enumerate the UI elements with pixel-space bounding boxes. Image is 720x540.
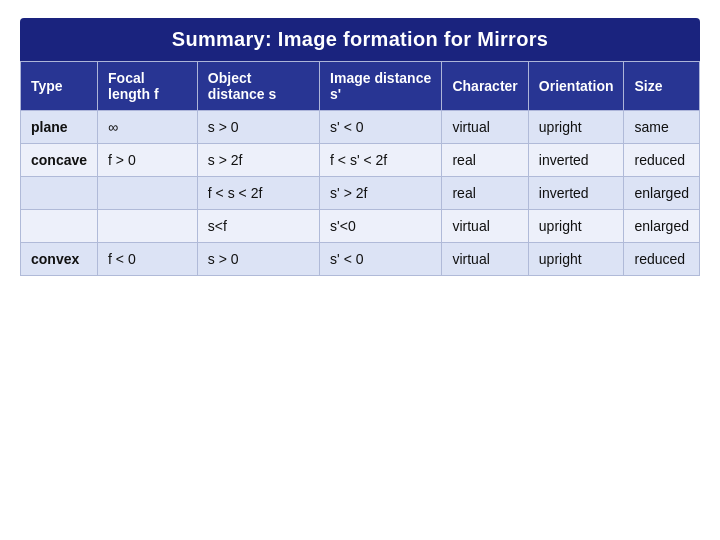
table-cell: real [442,144,528,177]
table-cell: s > 0 [197,243,319,276]
table-cell: s' < 0 [320,111,442,144]
table-cell: real [442,177,528,210]
page-title: Summary: Image formation for Mirrors [20,18,700,61]
table-cell: virtual [442,210,528,243]
table-cell: virtual [442,111,528,144]
table-row: f < s < 2fs' > 2frealinvertedenlarged [21,177,700,210]
table-row: concavef > 0s > 2ff < s' < 2frealinverte… [21,144,700,177]
col-header-character: Character [442,62,528,111]
table-cell: f > 0 [98,144,198,177]
table-cell [98,177,198,210]
main-container: Summary: Image formation for Mirrors Typ… [20,18,700,276]
col-header-type: Type [21,62,98,111]
table-cell [21,210,98,243]
table-cell [21,177,98,210]
table-cell: upright [528,210,624,243]
col-header-object: Object distance s [197,62,319,111]
table-cell: convex [21,243,98,276]
summary-table: Type Focal length f Object distance s Im… [20,61,700,276]
table-cell: f < 0 [98,243,198,276]
table-cell [98,210,198,243]
table-row: s<fs'<0virtualuprightenlarged [21,210,700,243]
table-cell: s' < 0 [320,243,442,276]
table-cell: inverted [528,144,624,177]
table-cell: enlarged [624,177,700,210]
table-cell: f < s' < 2f [320,144,442,177]
col-header-image: Image distance s' [320,62,442,111]
table-cell: reduced [624,243,700,276]
table-cell: enlarged [624,210,700,243]
table-cell: s'<0 [320,210,442,243]
table-cell: s' > 2f [320,177,442,210]
table-cell: virtual [442,243,528,276]
table-cell: s<f [197,210,319,243]
col-header-orientation: Orientation [528,62,624,111]
table-cell: f < s < 2f [197,177,319,210]
table-cell: ∞ [98,111,198,144]
table-header-row: Type Focal length f Object distance s Im… [21,62,700,111]
table-cell: s > 2f [197,144,319,177]
table-cell: reduced [624,144,700,177]
col-header-focal: Focal length f [98,62,198,111]
table-row: convexf < 0s > 0s' < 0virtualuprightredu… [21,243,700,276]
table-row: plane∞s > 0s' < 0virtualuprightsame [21,111,700,144]
table-cell: upright [528,243,624,276]
table-cell: inverted [528,177,624,210]
table-cell: upright [528,111,624,144]
table-cell: plane [21,111,98,144]
col-header-size: Size [624,62,700,111]
table-cell: same [624,111,700,144]
table-cell: concave [21,144,98,177]
table-cell: s > 0 [197,111,319,144]
